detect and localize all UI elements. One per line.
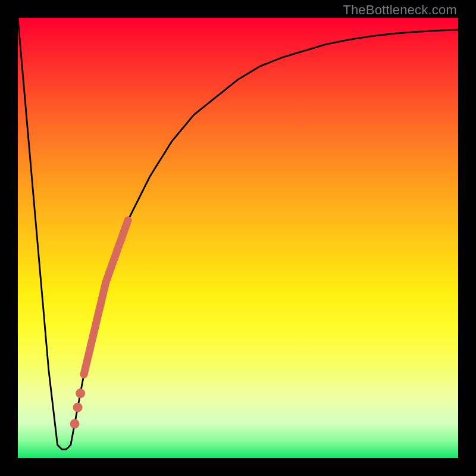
highlight-segment: [84, 220, 128, 374]
curve-layer: [18, 18, 458, 458]
highlight-dot: [70, 419, 80, 428]
highlight-dot: [73, 403, 83, 412]
highlight-dot: [76, 389, 85, 398]
chart-frame: TheBottleneck.com: [0, 0, 476, 476]
bottleneck-curve: [18, 18, 458, 449]
plot-area: [18, 18, 458, 458]
watermark-text: TheBottleneck.com: [343, 2, 457, 18]
